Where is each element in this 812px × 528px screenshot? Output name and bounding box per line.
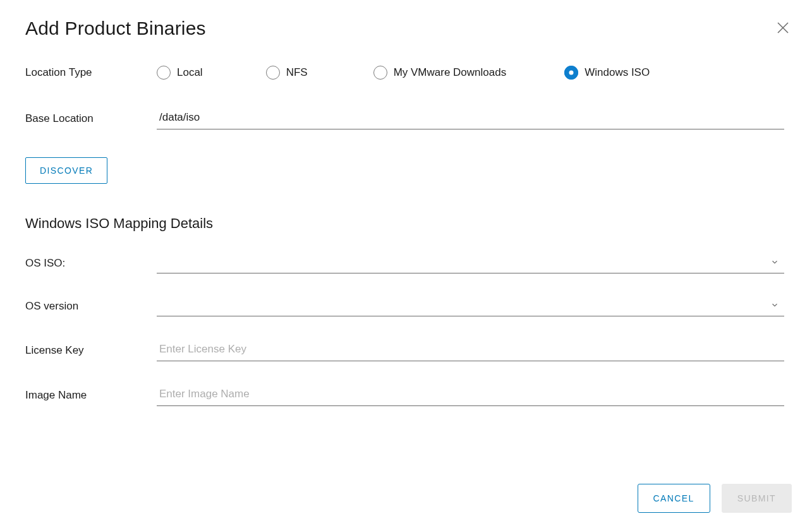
cancel-button[interactable]: CANCEL bbox=[638, 484, 710, 513]
base-location-input[interactable] bbox=[157, 107, 784, 129]
license-key-input[interactable] bbox=[157, 339, 784, 361]
radio-icon bbox=[373, 66, 387, 80]
os-iso-row: OS ISO: bbox=[25, 253, 784, 273]
dialog-footer: CANCEL SUBMIT bbox=[638, 484, 792, 513]
submit-button[interactable]: SUBMIT bbox=[722, 484, 792, 513]
radio-icon bbox=[157, 66, 171, 80]
os-iso-select[interactable] bbox=[157, 253, 784, 273]
add-product-binaries-dialog: Add Product Binaries Location Type Local… bbox=[0, 0, 812, 528]
image-name-label: Image Name bbox=[25, 389, 157, 402]
radio-label: My VMware Downloads bbox=[394, 66, 507, 79]
radio-option-windows-iso[interactable]: Windows ISO bbox=[564, 66, 650, 80]
location-type-label: Location Type bbox=[25, 66, 157, 79]
chevron-down-icon bbox=[770, 258, 779, 269]
radio-label: Windows ISO bbox=[585, 66, 650, 79]
location-type-radio-group: Local NFS My VMware Downloads Windows IS… bbox=[157, 66, 650, 80]
image-name-input[interactable] bbox=[157, 384, 784, 406]
base-location-label: Base Location bbox=[25, 112, 157, 125]
close-icon[interactable] bbox=[775, 20, 791, 35]
radio-option-local[interactable]: Local bbox=[157, 66, 203, 80]
radio-label: Local bbox=[177, 66, 203, 79]
base-location-row: Base Location bbox=[25, 107, 784, 129]
windows-iso-mapping-heading: Windows ISO Mapping Details bbox=[25, 215, 784, 232]
dialog-body-scroll[interactable]: Location Type Local NFS My VMware Downlo… bbox=[25, 66, 787, 445]
os-version-row: OS version bbox=[25, 296, 784, 316]
location-type-row: Location Type Local NFS My VMware Downlo… bbox=[25, 66, 784, 80]
chevron-down-icon bbox=[770, 301, 779, 312]
dialog-body: Location Type Local NFS My VMware Downlo… bbox=[25, 66, 784, 445]
discover-button[interactable]: DISCOVER bbox=[25, 157, 107, 184]
radio-icon bbox=[266, 66, 280, 80]
os-version-select[interactable] bbox=[157, 296, 784, 316]
image-name-row: Image Name bbox=[25, 384, 784, 406]
license-key-label: License Key bbox=[25, 344, 157, 357]
dialog-title: Add Product Binaries bbox=[25, 18, 787, 39]
radio-icon bbox=[564, 66, 578, 80]
os-iso-label: OS ISO: bbox=[25, 257, 157, 270]
radio-option-nfs[interactable]: NFS bbox=[266, 66, 308, 80]
radio-label: NFS bbox=[286, 66, 308, 79]
license-key-row: License Key bbox=[25, 339, 784, 361]
radio-option-my-vmware-downloads[interactable]: My VMware Downloads bbox=[373, 66, 507, 80]
os-version-label: OS version bbox=[25, 300, 157, 313]
